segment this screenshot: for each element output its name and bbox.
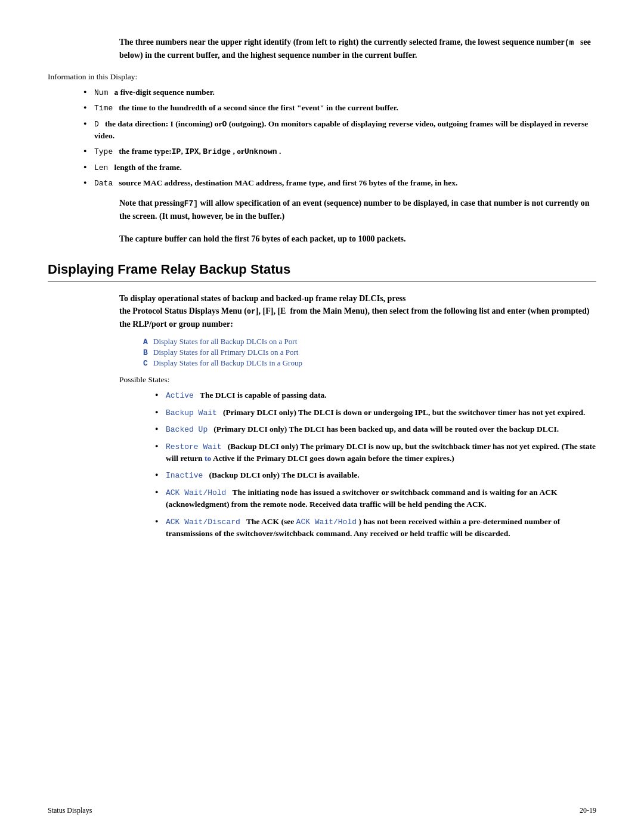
bullet-type: Type the frame type:IP, IPX, Bridge , or…: [83, 145, 596, 158]
state-term-restore-wait: Restore Wait: [166, 442, 222, 451]
state-restore-wait: Restore Wait (Backup DLCI only) The prim…: [155, 441, 596, 465]
state-desc-inactive: (Backup DLCI only) The DLCI is available…: [209, 470, 360, 479]
bullet-d: D the data direction: I (incoming) orO (…: [83, 118, 596, 143]
note-para: Note that pressingF7] will allow specifi…: [119, 197, 596, 223]
footer-left: Status Displays: [48, 806, 92, 815]
desc-len: length of the frame.: [114, 163, 182, 172]
bullet-time: Time the time to the hundredth of a seco…: [83, 102, 596, 114]
state-active: Active The DLCI is capable of passing da…: [155, 389, 596, 402]
section-intro: To display operational states of backup …: [119, 292, 596, 332]
state-term-inactive: Inactive: [166, 471, 203, 480]
term-len: Len: [94, 163, 108, 172]
alpha-list: A Display States for all Backup DLCIs on…: [143, 337, 596, 368]
note-block: Note that pressingF7] will allow specifi…: [119, 197, 596, 223]
bullet-len: Len length of the frame.: [83, 162, 596, 174]
intro-bullets: Num a five-digit sequence number. Time t…: [83, 86, 596, 190]
alpha-text-a: Display States for all Backup DLCIs on a…: [153, 337, 297, 346]
bullet-num: Num a five-digit sequence number.: [83, 86, 596, 99]
alpha-item-b: B Display States for all Primary DLCIs o…: [143, 348, 596, 357]
state-backup-wait: Backup Wait (Primary DLCI only) The DLCI…: [155, 407, 596, 419]
state-term-ack-hold: ACK Wait/Hold: [166, 488, 226, 497]
section-body: To display operational states of backup …: [119, 292, 596, 540]
desc-data: source MAC address, destination MAC addr…: [119, 178, 457, 187]
term-time: Time: [94, 104, 113, 113]
intro-block: The three numbers near the upper right i…: [119, 36, 596, 61]
states-list: Active The DLCI is capable of passing da…: [155, 389, 596, 540]
state-term-active: Active: [166, 391, 194, 400]
section-heading: Displaying Frame Relay Backup Status: [48, 262, 596, 281]
state-ack-wait-discard: ACK Wait/Discard The ACK (see ACK Wait/H…: [155, 516, 596, 540]
state-term-backup-wait: Backup Wait: [166, 408, 217, 417]
info-label: Information in this Display:: [48, 72, 596, 82]
intro-para1: The three numbers near the upper right i…: [119, 36, 596, 61]
page: The three numbers near the upper right i…: [0, 0, 644, 581]
state-desc-backup-wait: (Primary DLCI only) The DLCI is down or …: [223, 408, 585, 417]
footer: Status Displays 20-19: [48, 806, 596, 815]
capture-block: The capture buffer can hold the first 76…: [119, 233, 596, 245]
state-desc-backed-up: (Primary DLCI only) The DLCI has been ba…: [213, 425, 559, 433]
desc-time: the time to the hundredth of a second si…: [119, 103, 398, 112]
alpha-text-b: Display States for all Primary DLCIs on …: [153, 348, 298, 357]
bullet-data: Data source MAC address, destination MAC…: [83, 177, 596, 190]
state-term-backed-up: Backed Up: [166, 425, 208, 434]
term-num: Num: [94, 88, 108, 97]
state-desc-active: The DLCI is capable of passing data.: [200, 391, 327, 400]
possible-states-label: Possible States:: [119, 375, 596, 385]
capture-para: The capture buffer can hold the first 76…: [119, 233, 596, 245]
state-term-ack-hold-ref: ACK Wait/Hold: [296, 518, 357, 527]
alpha-item-c: C Display States for all Backup DLCIs in…: [143, 358, 596, 368]
alpha-letter-a: A: [143, 337, 148, 346]
term-type: Type: [94, 147, 113, 156]
desc-d: the data direction: I (incoming) orO (ou…: [94, 119, 588, 141]
state-backed-up: Backed Up (Primary DLCI only) The DLCI h…: [155, 423, 596, 436]
state-ack-wait-hold: ACK Wait/Hold The initiating node has is…: [155, 487, 596, 511]
state-desc-ack-discard: The ACK (see: [246, 517, 296, 526]
alpha-letter-c: C: [143, 359, 148, 368]
alpha-letter-b: B: [143, 348, 148, 357]
state-inactive: Inactive (Backup DLCI only) The DLCI is …: [155, 469, 596, 482]
term-d: D: [94, 120, 99, 129]
term-data: Data: [94, 179, 113, 188]
alpha-item-a: A Display States for all Backup DLCIs on…: [143, 337, 596, 346]
desc-num: a five-digit sequence number.: [114, 88, 215, 97]
footer-right: 20-19: [580, 806, 596, 815]
alpha-text-c: Display States for all Backup DLCIs in a…: [153, 358, 302, 367]
desc-type: the frame type:IP, IPX, Bridge , orUnkno…: [119, 147, 281, 156]
state-term-ack-discard: ACK Wait/Discard: [166, 518, 240, 527]
